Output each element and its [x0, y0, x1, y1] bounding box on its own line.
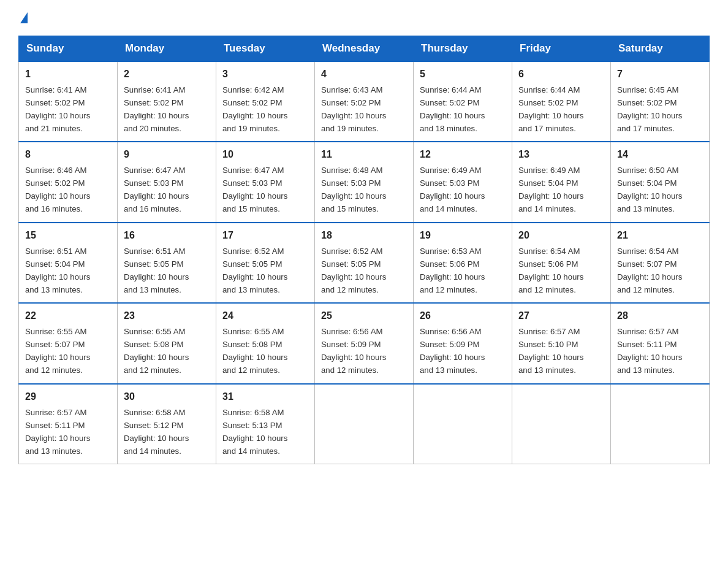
day-number: 15 [25, 228, 111, 243]
day-info: Sunrise: 6:45 AMSunset: 5:02 PMDaylight:… [617, 85, 682, 133]
day-number: 8 [25, 147, 111, 163]
day-info: Sunrise: 6:52 AMSunset: 5:05 PMDaylight:… [321, 247, 386, 294]
calendar-cell: 20Sunrise: 6:54 AMSunset: 5:06 PMDayligh… [512, 223, 611, 303]
calendar-week-row: 22Sunrise: 6:55 AMSunset: 5:07 PMDayligh… [19, 303, 710, 383]
calendar-cell: 16Sunrise: 6:51 AMSunset: 5:05 PMDayligh… [118, 223, 216, 303]
day-number: 20 [518, 228, 604, 243]
day-number: 11 [321, 147, 407, 163]
day-number: 26 [420, 308, 506, 324]
calendar-cell: 8Sunrise: 6:46 AMSunset: 5:02 PMDaylight… [19, 142, 118, 222]
day-number: 17 [222, 228, 308, 243]
day-info: Sunrise: 6:57 AMSunset: 5:10 PMDaylight:… [518, 327, 583, 375]
calendar-cell: 25Sunrise: 6:56 AMSunset: 5:09 PMDayligh… [315, 303, 414, 383]
calendar-cell: 5Sunrise: 6:44 AMSunset: 5:02 PMDaylight… [414, 61, 512, 142]
day-info: Sunrise: 6:56 AMSunset: 5:09 PMDaylight:… [420, 327, 485, 375]
day-number: 24 [222, 308, 308, 324]
day-info: Sunrise: 6:49 AMSunset: 5:03 PMDaylight:… [420, 166, 485, 213]
day-info: Sunrise: 6:54 AMSunset: 5:06 PMDaylight:… [518, 247, 583, 294]
day-info: Sunrise: 6:54 AMSunset: 5:07 PMDaylight:… [617, 247, 682, 294]
logo-triangle-icon [20, 12, 28, 23]
day-info: Sunrise: 6:53 AMSunset: 5:06 PMDaylight:… [420, 247, 485, 294]
calendar-cell: 18Sunrise: 6:52 AMSunset: 5:05 PMDayligh… [315, 223, 414, 303]
day-info: Sunrise: 6:41 AMSunset: 5:02 PMDaylight:… [25, 85, 90, 133]
day-number: 23 [124, 308, 210, 324]
day-number: 30 [124, 389, 210, 405]
calendar-cell: 31Sunrise: 6:58 AMSunset: 5:13 PMDayligh… [216, 384, 315, 464]
day-info: Sunrise: 6:58 AMSunset: 5:13 PMDaylight:… [222, 408, 287, 456]
day-number: 14 [617, 147, 703, 163]
day-number: 28 [617, 308, 703, 324]
calendar-table: SundayMondayTuesdayWednesdayThursdayFrid… [18, 36, 710, 464]
day-number: 2 [124, 67, 210, 82]
day-info: Sunrise: 6:44 AMSunset: 5:02 PMDaylight:… [518, 85, 583, 133]
day-number: 13 [518, 147, 604, 163]
calendar-cell [611, 384, 710, 464]
day-info: Sunrise: 6:47 AMSunset: 5:03 PMDaylight:… [222, 166, 287, 213]
day-info: Sunrise: 6:43 AMSunset: 5:02 PMDaylight:… [321, 85, 386, 133]
day-info: Sunrise: 6:55 AMSunset: 5:07 PMDaylight:… [25, 327, 90, 375]
calendar-cell: 1Sunrise: 6:41 AMSunset: 5:02 PMDaylight… [19, 61, 118, 142]
calendar-cell: 15Sunrise: 6:51 AMSunset: 5:04 PMDayligh… [19, 223, 118, 303]
day-number: 25 [321, 308, 407, 324]
calendar-week-row: 15Sunrise: 6:51 AMSunset: 5:04 PMDayligh… [19, 223, 710, 303]
page-header [18, 12, 710, 25]
day-info: Sunrise: 6:49 AMSunset: 5:04 PMDaylight:… [518, 166, 583, 213]
calendar-header-saturday: Saturday [611, 36, 710, 62]
day-number: 18 [321, 228, 407, 243]
day-number: 22 [25, 308, 111, 324]
calendar-header-sunday: Sunday [19, 36, 118, 62]
calendar-cell: 21Sunrise: 6:54 AMSunset: 5:07 PMDayligh… [611, 223, 710, 303]
day-number: 7 [617, 67, 703, 82]
calendar-cell [512, 384, 611, 464]
calendar-cell: 6Sunrise: 6:44 AMSunset: 5:02 PMDaylight… [512, 61, 611, 142]
day-info: Sunrise: 6:44 AMSunset: 5:02 PMDaylight:… [420, 85, 485, 133]
calendar-cell: 13Sunrise: 6:49 AMSunset: 5:04 PMDayligh… [512, 142, 611, 222]
calendar-cell: 27Sunrise: 6:57 AMSunset: 5:10 PMDayligh… [512, 303, 611, 383]
calendar-header-thursday: Thursday [414, 36, 512, 62]
calendar-cell: 17Sunrise: 6:52 AMSunset: 5:05 PMDayligh… [216, 223, 315, 303]
day-info: Sunrise: 6:55 AMSunset: 5:08 PMDaylight:… [124, 327, 189, 375]
day-number: 21 [617, 228, 703, 243]
day-number: 29 [25, 389, 111, 405]
calendar-cell: 22Sunrise: 6:55 AMSunset: 5:07 PMDayligh… [19, 303, 118, 383]
calendar-cell: 28Sunrise: 6:57 AMSunset: 5:11 PMDayligh… [611, 303, 710, 383]
day-number: 4 [321, 67, 407, 82]
day-number: 10 [222, 147, 308, 163]
day-number: 1 [25, 67, 111, 82]
calendar-cell: 9Sunrise: 6:47 AMSunset: 5:03 PMDaylight… [118, 142, 216, 222]
calendar-cell: 7Sunrise: 6:45 AMSunset: 5:02 PMDaylight… [611, 61, 710, 142]
day-number: 3 [222, 67, 308, 82]
day-info: Sunrise: 6:46 AMSunset: 5:02 PMDaylight:… [25, 166, 90, 213]
day-info: Sunrise: 6:41 AMSunset: 5:02 PMDaylight:… [124, 85, 189, 133]
calendar-cell: 11Sunrise: 6:48 AMSunset: 5:03 PMDayligh… [315, 142, 414, 222]
day-number: 16 [124, 228, 210, 243]
calendar-cell: 23Sunrise: 6:55 AMSunset: 5:08 PMDayligh… [118, 303, 216, 383]
calendar-header-wednesday: Wednesday [315, 36, 414, 62]
calendar-cell: 2Sunrise: 6:41 AMSunset: 5:02 PMDaylight… [118, 61, 216, 142]
calendar-cell: 30Sunrise: 6:58 AMSunset: 5:12 PMDayligh… [118, 384, 216, 464]
calendar-cell: 4Sunrise: 6:43 AMSunset: 5:02 PMDaylight… [315, 61, 414, 142]
day-number: 9 [124, 147, 210, 163]
calendar-header-friday: Friday [512, 36, 611, 62]
calendar-cell: 24Sunrise: 6:55 AMSunset: 5:08 PMDayligh… [216, 303, 315, 383]
day-info: Sunrise: 6:42 AMSunset: 5:02 PMDaylight:… [222, 85, 287, 133]
day-info: Sunrise: 6:47 AMSunset: 5:03 PMDaylight:… [124, 166, 189, 213]
day-info: Sunrise: 6:50 AMSunset: 5:04 PMDaylight:… [617, 166, 682, 213]
calendar-cell: 26Sunrise: 6:56 AMSunset: 5:09 PMDayligh… [414, 303, 512, 383]
day-info: Sunrise: 6:52 AMSunset: 5:05 PMDaylight:… [222, 247, 287, 294]
calendar-cell: 19Sunrise: 6:53 AMSunset: 5:06 PMDayligh… [414, 223, 512, 303]
day-number: 27 [518, 308, 604, 324]
calendar-header-tuesday: Tuesday [216, 36, 315, 62]
day-number: 6 [518, 67, 604, 82]
day-info: Sunrise: 6:55 AMSunset: 5:08 PMDaylight:… [222, 327, 287, 375]
calendar-cell: 29Sunrise: 6:57 AMSunset: 5:11 PMDayligh… [19, 384, 118, 464]
calendar-cell [315, 384, 414, 464]
calendar-cell: 14Sunrise: 6:50 AMSunset: 5:04 PMDayligh… [611, 142, 710, 222]
day-info: Sunrise: 6:57 AMSunset: 5:11 PMDaylight:… [25, 408, 90, 456]
day-info: Sunrise: 6:58 AMSunset: 5:12 PMDaylight:… [124, 408, 189, 456]
calendar-cell: 10Sunrise: 6:47 AMSunset: 5:03 PMDayligh… [216, 142, 315, 222]
calendar-header-row: SundayMondayTuesdayWednesdayThursdayFrid… [19, 36, 710, 62]
calendar-cell: 12Sunrise: 6:49 AMSunset: 5:03 PMDayligh… [414, 142, 512, 222]
day-number: 12 [420, 147, 506, 163]
calendar-cell [414, 384, 512, 464]
